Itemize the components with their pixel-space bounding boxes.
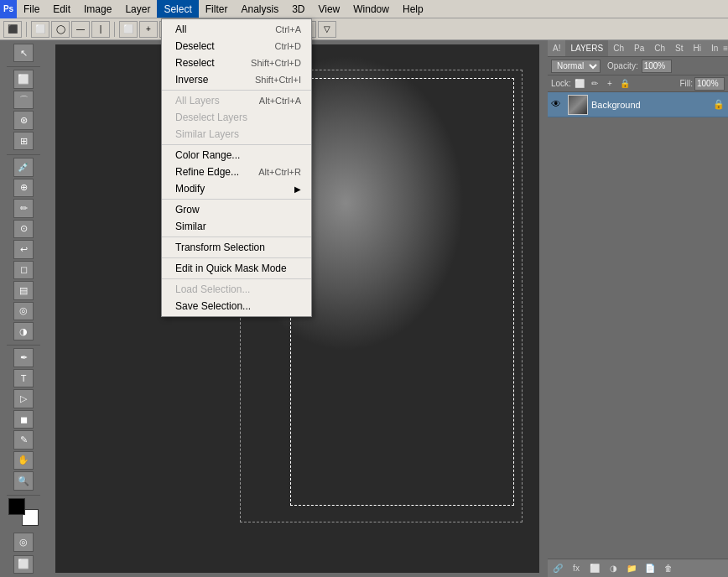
toolbar-sep-2 (114, 22, 115, 37)
opacity-label: Opacity: (607, 61, 638, 70)
menu-refine-edge[interactable]: Refine Edge... Alt+Ctrl+R (162, 164, 311, 180)
refine4-btn[interactable]: ▽ (318, 21, 336, 38)
tab-styles[interactable]: St (670, 40, 688, 56)
marquee-rect-btn[interactable]: ⬜ (31, 21, 49, 38)
lock-label: Lock: (551, 79, 571, 88)
tools-sep-2 (7, 154, 40, 155)
lock-all-btn[interactable]: 🔒 (618, 77, 632, 91)
tool-options-btn[interactable]: ⬛ (3, 21, 22, 38)
tool-shape[interactable]: ◼ (13, 410, 34, 429)
tool-path-select[interactable]: ▷ (13, 389, 34, 408)
menu-section-grow: Grow Similar (162, 200, 311, 237)
foreground-color[interactable] (8, 498, 25, 515)
tool-move[interactable]: ↖ (13, 44, 34, 62)
tab-channels2[interactable]: Ch (649, 40, 670, 56)
tool-history-brush[interactable]: ↩ (13, 240, 34, 258)
marquee-col-btn[interactable]: | (91, 21, 110, 38)
menu-help[interactable]: Help (396, 0, 430, 18)
tool-zoom[interactable]: 🔍 (13, 471, 34, 490)
tab-history[interactable]: Hi (688, 40, 705, 56)
shortcut-all: Ctrl+A (275, 24, 301, 34)
tools-panel: ↖ ⬜ ⌒ ⊛ ⊞ 💉 ⊕ ✏ ⊙ ↩ ◻ ▤ ◎ ◑ ✒ T ▷ ◼ ✎ ✋ … (0, 40, 47, 577)
tool-brush[interactable]: ✏ (13, 199, 34, 217)
marquee-ellipse-btn[interactable]: ◯ (51, 21, 70, 38)
layer-background[interactable]: 👁 Background 🔒 (548, 92, 728, 117)
tab-paths[interactable]: Pa (629, 40, 649, 56)
new-layer-btn[interactable]: 📄 (643, 562, 657, 575)
menu-select-inverse[interactable]: Inverse Shift+Ctrl+I (162, 71, 311, 88)
menu-filter[interactable]: Filter (199, 0, 235, 18)
menu-select[interactable]: Select (157, 0, 198, 18)
menu-image[interactable]: Image (77, 0, 118, 18)
tool-notes[interactable]: ✎ (13, 430, 34, 449)
tool-hand[interactable]: ✋ (13, 451, 34, 470)
tool-type[interactable]: T (13, 369, 34, 387)
marquee-row-btn[interactable]: — (71, 21, 90, 38)
layer-thumbnail (568, 95, 588, 115)
menu-select-deselect[interactable]: Deselect Ctrl+D (162, 38, 311, 55)
menu-grow[interactable]: Grow (162, 201, 311, 218)
shortcut-inverse: Shift+Ctrl+I (255, 75, 301, 85)
fill-input[interactable] (694, 77, 725, 91)
lock-position-btn[interactable]: + (603, 77, 616, 91)
select-dropdown-menu: All Ctrl+A Deselect Ctrl+D Reselect Shif… (161, 18, 312, 317)
menu-select-reselect[interactable]: Reselect Shift+Ctrl+D (162, 55, 311, 71)
tool-eyedropper[interactable]: 💉 (13, 158, 34, 176)
menu-color-range[interactable]: Color Range... (162, 147, 311, 164)
menu-select-all-layers[interactable]: All Layers Alt+Ctrl+A (162, 92, 311, 109)
quick-mask-btn[interactable]: ◎ (13, 533, 34, 551)
tool-quick-select[interactable]: ⊛ (13, 111, 34, 129)
menu-window[interactable]: Window (346, 0, 396, 18)
link-layers-btn[interactable]: 🔗 (551, 562, 564, 575)
tool-blur[interactable]: ◎ (13, 302, 34, 320)
screen-mode-btn[interactable]: ⬜ (13, 555, 34, 574)
menu-layer[interactable]: Layer (118, 0, 157, 18)
new-adjustment-btn[interactable]: ◑ (606, 562, 620, 575)
mode-new-btn[interactable]: ⬜ (119, 21, 138, 38)
tab-layers[interactable]: LAYERS (565, 40, 608, 56)
shortcut-all-layers: Alt+Ctrl+A (259, 96, 301, 106)
opacity-input[interactable] (642, 60, 672, 73)
add-style-btn[interactable]: fx (569, 562, 583, 575)
tool-marquee[interactable]: ⬜ (13, 70, 34, 88)
tab-channels[interactable]: Ch (608, 40, 629, 56)
tool-pen[interactable]: ✒ (13, 348, 34, 366)
menu-edit[interactable]: Edit (46, 0, 77, 18)
menu-transform-selection[interactable]: Transform Selection (162, 239, 311, 256)
menu-load-selection[interactable]: Load Selection... (162, 281, 311, 298)
tool-dodge[interactable]: ◑ (13, 322, 34, 340)
layer-visibility-toggle[interactable]: 👁 (551, 98, 564, 112)
menu-analysis[interactable]: Analysis (234, 0, 285, 18)
toolbar-sep-1 (26, 22, 27, 37)
blend-mode-select[interactable]: Normal (551, 60, 601, 73)
lock-image-btn[interactable]: ✏ (588, 77, 601, 91)
tool-clone[interactable]: ⊙ (13, 220, 34, 238)
add-mask-btn[interactable]: ⬜ (588, 562, 601, 575)
menu-similar[interactable]: Similar (162, 218, 311, 235)
menu-similar-layers[interactable]: Similar Layers (162, 126, 311, 143)
tab-adjustments[interactable]: A! (548, 40, 565, 56)
tool-lasso[interactable]: ⌒ (13, 91, 34, 109)
lock-transparent-btn[interactable]: ⬜ (573, 77, 586, 91)
menu-select-all[interactable]: All Ctrl+A (162, 21, 311, 38)
tool-crop[interactable]: ⊞ (13, 132, 34, 150)
delete-layer-btn[interactable]: 🗑 (662, 562, 675, 575)
menu-file[interactable]: File (17, 0, 46, 18)
tool-eraser[interactable]: ◻ (13, 261, 34, 279)
layers-blend-row: Normal Opacity: (548, 57, 728, 75)
new-group-btn[interactable]: 📁 (625, 562, 638, 575)
menu-3d[interactable]: 3D (285, 0, 311, 18)
tab-info[interactable]: In (706, 40, 723, 56)
mode-add-btn[interactable]: + (139, 21, 158, 38)
tool-gradient[interactable]: ▤ (13, 281, 34, 299)
color-swatch[interactable] (8, 498, 39, 527)
menu-section-tools: Color Range... Refine Edge... Alt+Ctrl+R… (162, 145, 311, 200)
tool-healing[interactable]: ⊕ (13, 179, 34, 197)
panel-menu-btn[interactable]: ≡ (723, 42, 728, 55)
menu-modify[interactable]: Modify ▶ (162, 180, 311, 197)
menu-save-selection[interactable]: Save Selection... (162, 298, 311, 314)
menu-quick-mask[interactable]: Edit in Quick Mask Mode (162, 260, 311, 277)
menu-deselect-layers[interactable]: Deselect Layers (162, 109, 311, 126)
menu-view[interactable]: View (311, 0, 346, 18)
menu-section-selection-io: Load Selection... Save Selection... (162, 279, 311, 316)
